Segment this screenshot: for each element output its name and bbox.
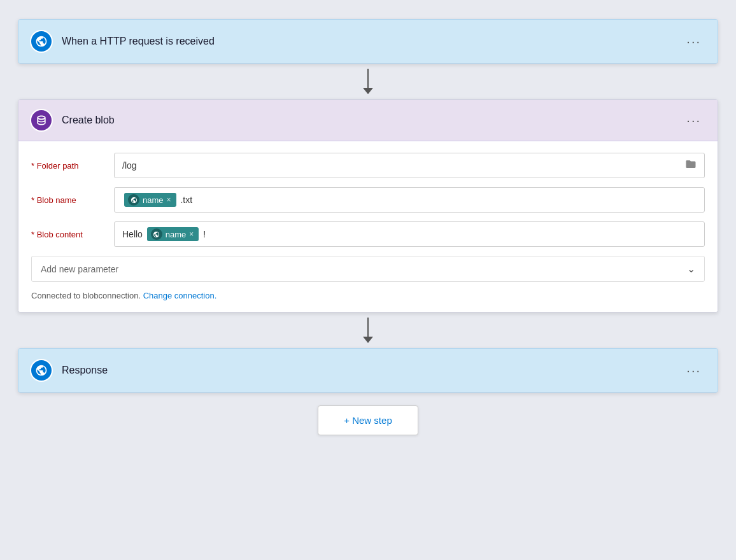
arrow-head-2 — [363, 337, 373, 343]
workflow-container: When a HTTP request is received ··· Crea… — [18, 19, 718, 435]
chevron-down-icon: ⌄ — [687, 263, 695, 275]
create-blob-title: Create blob — [62, 115, 681, 126]
blob-content-input[interactable]: Hello name × ! — [114, 221, 705, 247]
folder-path-value: /log — [122, 160, 137, 171]
add-parameter-label: Add new parameter — [41, 264, 118, 274]
http-trigger-header: When a HTTP request is received ··· — [18, 20, 718, 63]
blob-name-suffix: .txt — [178, 195, 193, 205]
new-step-button[interactable]: + New step — [318, 405, 418, 435]
create-blob-header: Create blob ··· — [18, 100, 718, 141]
http-trigger-block: When a HTTP request is received ··· — [18, 19, 718, 64]
arrow-2 — [363, 312, 373, 348]
change-connection-link[interactable]: Change connection. — [143, 291, 217, 300]
create-blob-block: Create blob ··· Folder path /log Blob na… — [18, 99, 718, 312]
blob-content-token-label: name — [166, 230, 187, 239]
blob-content-token: name × — [147, 227, 199, 241]
arrow-head-1 — [363, 88, 373, 94]
blob-content-row: Blob content Hello name × ! — [31, 221, 705, 247]
response-block: Response ··· — [18, 348, 718, 393]
add-parameter-row[interactable]: Add new parameter ⌄ — [31, 256, 705, 282]
http-trigger-title: When a HTTP request is received — [62, 36, 681, 47]
blob-name-token: name × — [124, 193, 176, 207]
blob-name-token-label: name — [143, 195, 164, 205]
arrow-1 — [363, 64, 373, 99]
connection-info-row: Connected to blobconnection. Change conn… — [31, 291, 705, 300]
blob-name-label: Blob name — [31, 195, 114, 205]
arrow-line-1 — [367, 69, 369, 88]
blob-content-suffix: ! — [201, 229, 206, 239]
blob-name-row: Blob name name × .txt — [31, 187, 705, 213]
token-globe-icon-2 — [151, 228, 162, 240]
arrow-line-2 — [367, 318, 369, 337]
blob-name-token-close[interactable]: × — [167, 195, 171, 204]
blob-content-label: Blob content — [31, 230, 114, 239]
folder-path-row: Folder path /log — [31, 153, 705, 178]
response-icon — [30, 359, 53, 382]
folder-path-label: Folder path — [31, 161, 114, 171]
blob-content-token-close[interactable]: × — [189, 230, 194, 239]
response-title: Response — [62, 365, 681, 376]
response-more-button[interactable]: ··· — [681, 361, 706, 381]
create-blob-body: Folder path /log Blob name name — [18, 141, 718, 312]
folder-path-input[interactable]: /log — [114, 153, 705, 178]
database-icon — [35, 114, 48, 127]
connection-text: Connected to blobconnection. — [31, 291, 141, 300]
response-header: Response ··· — [18, 349, 718, 392]
token-globe-icon-1 — [128, 194, 139, 206]
blob-name-input[interactable]: name × .txt — [114, 187, 705, 213]
create-blob-icon — [30, 109, 53, 132]
http-trigger-more-button[interactable]: ··· — [681, 32, 706, 52]
globe-icon-response — [35, 364, 48, 377]
blob-content-prefix: Hello — [122, 229, 145, 239]
create-blob-more-button[interactable]: ··· — [681, 111, 706, 130]
http-trigger-icon — [30, 30, 53, 53]
folder-icon — [685, 158, 697, 172]
globe-icon — [35, 35, 48, 48]
